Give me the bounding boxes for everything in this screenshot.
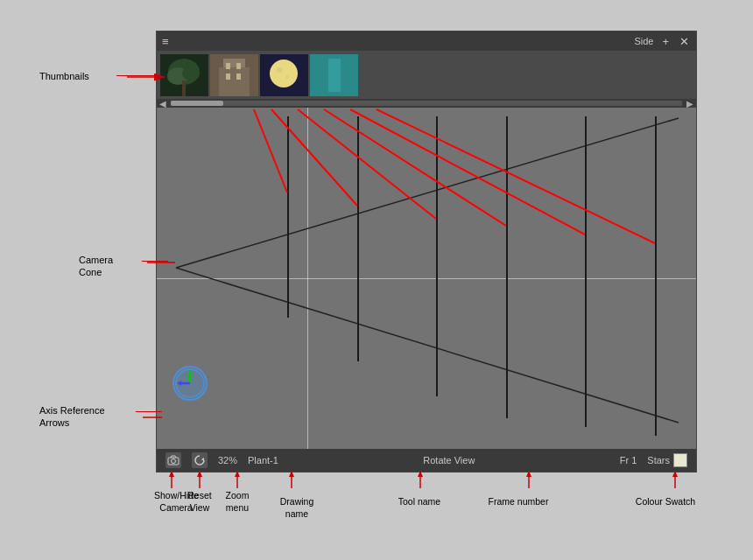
colour-swatch-area[interactable]: Stars [642, 453, 693, 467]
scroll-thumb[interactable] [171, 101, 223, 106]
camera-cone-svg [157, 108, 696, 449]
tool-name-label: Tool name [392, 496, 447, 560]
zoom-label: 32% [218, 455, 237, 466]
frame-number[interactable]: Fr 1 [615, 455, 643, 466]
svg-rect-4 [182, 80, 186, 96]
svg-point-3 [182, 66, 200, 80]
svg-point-32 [172, 459, 176, 464]
colour-swatch[interactable] [673, 453, 687, 467]
close-panel-button[interactable]: ✕ [678, 35, 691, 48]
tool-name-label: Rotate View [423, 455, 475, 466]
svg-line-18 [176, 118, 679, 268]
hamburger-menu[interactable]: ≡ [162, 35, 169, 48]
svg-rect-17 [328, 59, 341, 92]
reset-view-button[interactable] [186, 452, 213, 468]
zoom-menu-label: Zoom menu [219, 490, 256, 560]
svg-point-13 [270, 60, 298, 88]
svg-rect-8 [226, 63, 230, 69]
panel-title: Side [634, 36, 653, 46]
svg-rect-9 [236, 63, 241, 69]
camera-cone-annotation: CameraCone [79, 254, 113, 279]
drawing-name-label: Plant-1 [248, 455, 278, 466]
thumbnail-strip [157, 51, 696, 99]
camera-icon[interactable] [165, 452, 181, 468]
thumbnail-plant[interactable] [160, 54, 208, 96]
reset-icon[interactable] [192, 452, 208, 468]
svg-rect-11 [236, 74, 241, 80]
svg-rect-7 [219, 67, 250, 96]
reset-view-label: Reset View [181, 490, 218, 560]
thumbnail-moon[interactable] [260, 54, 308, 96]
svg-line-19 [176, 268, 679, 423]
frame-number-label: Frame number [488, 496, 549, 560]
zoom-value[interactable]: 32% [213, 455, 243, 466]
show-hide-camera-button[interactable] [160, 452, 186, 468]
scroll-track[interactable] [171, 101, 682, 106]
colour-swatch-label: Colour Swatch [630, 496, 700, 560]
scroll-left-button[interactable]: ◀ [157, 99, 169, 108]
add-panel-button[interactable]: + [660, 35, 671, 48]
status-bar: 32% Plant-1 Rotate View Fr 1 Stars [157, 449, 696, 472]
frame-number-label: Fr 1 [620, 455, 637, 466]
thumbnails-annotation: Thumbnails [39, 70, 89, 82]
drawing-name[interactable]: Plant-1 [243, 455, 284, 466]
axis-reference [172, 366, 208, 401]
scroll-right-button[interactable]: ▶ [684, 99, 696, 108]
svg-point-15 [285, 75, 289, 79]
svg-marker-33 [201, 458, 204, 461]
svg-rect-10 [226, 74, 230, 80]
thumbnail-scrollbar[interactable]: ◀ ▶ [157, 99, 696, 108]
svg-point-14 [277, 67, 282, 73]
viewport [157, 108, 696, 449]
thumbnail-teal[interactable] [310, 54, 358, 96]
main-panel: ≡ Side + ✕ [156, 31, 697, 472]
drawing-name-label: Drawing name [270, 496, 324, 560]
thumbnail-building[interactable] [210, 54, 258, 96]
axis-ref-annotation: Axis ReferenceArrows [39, 404, 105, 430]
tool-name: Rotate View [418, 455, 480, 466]
title-bar: ≡ Side + ✕ [157, 32, 696, 51]
colour-swatch-name: Stars [647, 455, 670, 466]
